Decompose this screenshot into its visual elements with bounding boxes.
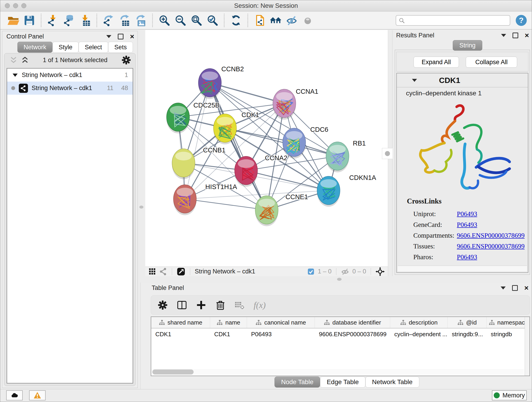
- delete-column-icon[interactable]: [215, 300, 226, 310]
- search-box[interactable]: [396, 15, 510, 26]
- node-result-header[interactable]: CDK1: [397, 73, 528, 87]
- refresh-view-icon[interactable]: [230, 14, 242, 27]
- network-collection-row[interactable]: String Network – cdk1 1: [7, 69, 133, 82]
- warnings-button[interactable]: [29, 390, 46, 400]
- add-column-icon[interactable]: [196, 300, 206, 310]
- export-table-icon[interactable]: [118, 14, 131, 27]
- tab-select[interactable]: Select: [79, 42, 108, 53]
- hidden-eye-icon[interactable]: [341, 268, 349, 276]
- expand-all-button[interactable]: Expand All: [413, 57, 459, 68]
- open-session-icon[interactable]: [7, 14, 20, 27]
- network-options-gear-icon[interactable]: [121, 55, 131, 65]
- crosslink-link[interactable]: P06493: [457, 221, 477, 229]
- table-cell: CDK1: [151, 328, 210, 340]
- splitter-handle[interactable]: [139, 206, 143, 209]
- panel-close-icon[interactable]: ×: [524, 285, 529, 291]
- entry-collapse-icon[interactable]: [412, 79, 417, 82]
- birds-eye-orb-icon[interactable]: [301, 14, 314, 27]
- table-header-row: shared namenamecanonical namedatabase id…: [151, 317, 530, 328]
- right-splitter[interactable]: [388, 30, 393, 276]
- network-node-ccnb2[interactable]: [198, 69, 221, 99]
- collection-expander-icon[interactable]: [13, 74, 18, 77]
- tab-string[interactable]: String: [453, 40, 482, 51]
- network-node-cdk1[interactable]: [214, 114, 236, 144]
- tab-style[interactable]: Style: [52, 42, 79, 53]
- network-node-rb1[interactable]: [326, 142, 349, 172]
- panel-menu-icon[interactable]: [106, 35, 111, 38]
- hide-graphics-details-icon[interactable]: [285, 14, 298, 27]
- node-label-cdkn1a: CDKN1A: [349, 174, 376, 181]
- node-table[interactable]: shared namenamecanonical namedatabase id…: [151, 317, 530, 376]
- network-node-cdkn1a[interactable]: [317, 176, 340, 207]
- cloud-status-button[interactable]: [6, 390, 23, 400]
- network-row[interactable]: String Network – cdk1 11 48: [7, 82, 133, 95]
- column-header-namespac[interactable]: namespac: [487, 317, 527, 328]
- network-node-cdc25b[interactable]: [167, 103, 190, 133]
- table-horizontal-scrollbar[interactable]: [152, 369, 524, 375]
- zoom-selected-icon[interactable]: [206, 14, 219, 27]
- panel-float-icon[interactable]: [118, 34, 123, 39]
- entry-footer-strip: [398, 266, 527, 271]
- column-header-canonical-name[interactable]: canonical name: [247, 317, 315, 328]
- panel-float-icon[interactable]: [513, 32, 518, 38]
- fit-selected-crosshair-icon[interactable]: [375, 267, 385, 276]
- column-header-@id[interactable]: @id: [448, 317, 487, 328]
- panel-close-icon[interactable]: ×: [130, 34, 134, 39]
- network-node-ccna2[interactable]: [234, 156, 258, 187]
- selected-checkbox-icon[interactable]: [307, 268, 315, 275]
- network-view[interactable]: CCNB2CCNA1CDC25BCDK1CDC6RB1CCNB1CCNA2CDK…: [145, 30, 388, 276]
- import-table-file-icon[interactable]: [79, 14, 91, 27]
- tab-network-table[interactable]: Network Table: [365, 376, 419, 388]
- collapse-all-icon[interactable]: [9, 56, 18, 64]
- zoom-fit-icon[interactable]: [190, 14, 203, 27]
- expand-all-icon[interactable]: [21, 56, 29, 64]
- panel-menu-icon[interactable]: [501, 34, 506, 37]
- birds-eye-view-icon[interactable]: [177, 267, 185, 276]
- export-image-icon[interactable]: [134, 14, 147, 27]
- tab-node-table[interactable]: Node Table: [274, 376, 320, 388]
- bottom-splitter-handle[interactable]: [337, 278, 342, 281]
- network-canvas[interactable]: CCNB2CCNA1CDC25BCDK1CDC6RB1CCNB1CCNA2CDK…: [145, 30, 388, 267]
- scrollbar-thumb[interactable]: [152, 370, 194, 375]
- crosslink-link[interactable]: 9606.ENSP00000378699: [457, 232, 525, 239]
- table-row[interactable]: CDK1CDK1P064939606.ENSP00000378699cyclin…: [151, 328, 530, 340]
- panel-float-icon[interactable]: [512, 285, 518, 291]
- memory-button[interactable]: Memory: [492, 390, 527, 400]
- network-node-ccna1[interactable]: [273, 89, 296, 120]
- column-header-name[interactable]: name: [210, 317, 247, 328]
- tab-sets[interactable]: Sets: [108, 42, 133, 53]
- grid-view-icon[interactable]: [148, 268, 156, 275]
- network-node-ccne1[interactable]: [255, 196, 278, 226]
- crosslink-link[interactable]: P06493: [457, 253, 477, 261]
- network-edge[interactable]: [185, 199, 267, 210]
- table-options-gear-icon[interactable]: [157, 300, 168, 310]
- search-input[interactable]: [407, 16, 508, 25]
- zoom-out-icon[interactable]: [174, 14, 187, 27]
- import-network-database-icon[interactable]: [63, 14, 75, 27]
- home-icon[interactable]: [269, 14, 282, 27]
- table-vertical-scrollbar[interactable]: [525, 317, 530, 376]
- splitter-collapse-button[interactable]: [382, 148, 393, 159]
- zoom-in-icon[interactable]: [158, 14, 171, 27]
- network-edge[interactable]: [185, 83, 210, 199]
- network-node-hist1h1a[interactable]: [173, 185, 196, 215]
- network-node-ccnb1[interactable]: [172, 149, 195, 179]
- tab-network[interactable]: Network: [17, 42, 52, 53]
- network-share-icon[interactable]: [159, 268, 167, 275]
- network-label: String Network – cdk1: [32, 85, 92, 92]
- import-network-file-icon[interactable]: [46, 14, 59, 27]
- clone-network-icon[interactable]: [253, 14, 266, 27]
- export-network-icon[interactable]: [102, 14, 115, 27]
- help-icon[interactable]: ?: [516, 15, 527, 26]
- column-header-description[interactable]: description: [390, 317, 448, 328]
- panel-close-icon[interactable]: ×: [525, 32, 529, 38]
- show-columns-icon[interactable]: [177, 300, 187, 310]
- column-header-database-identifier[interactable]: database identifier: [315, 317, 390, 328]
- crosslink-link[interactable]: P06493: [457, 210, 477, 218]
- tab-edge-table[interactable]: Edge Table: [320, 376, 365, 388]
- crosslink-link[interactable]: 9606.ENSP00000378699: [457, 242, 525, 250]
- column-header-shared-name[interactable]: shared name: [151, 317, 210, 328]
- panel-menu-icon[interactable]: [500, 287, 506, 289]
- save-session-icon[interactable]: [23, 14, 36, 27]
- collapse-all-button[interactable]: Collapse All: [466, 57, 517, 68]
